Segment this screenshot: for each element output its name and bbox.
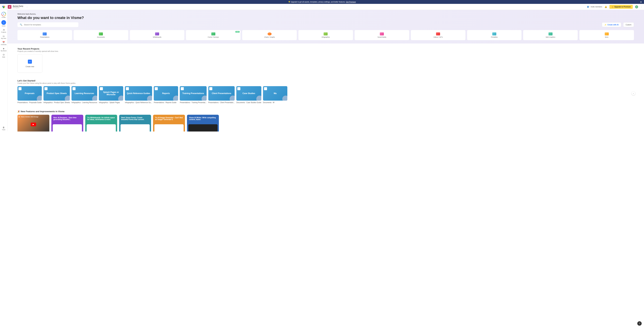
feature-text: Try Whiteboards: An infinite space for i… [87, 117, 115, 120]
guide-card[interactable]: MaDocuments - M [263, 86, 287, 104]
home-icon: ⌂ [1, 20, 6, 25]
sidebar-schedule[interactable]: 📅 Schedule [0, 40, 7, 46]
sidebar-trash[interactable]: 🗑 Trash [0, 125, 7, 132]
category-videos[interactable]: Videos / GIF's [411, 30, 466, 40]
sidebar-home[interactable]: ⌂ Home [0, 19, 7, 28]
guide-thumb: Ma [263, 86, 287, 101]
search-box[interactable]: 🔍 [18, 22, 78, 27]
category-webgraphics[interactable]: Web Graphics [523, 30, 578, 40]
sidebar-create[interactable]: + Create [0, 11, 7, 19]
category-label: Web Graphics [546, 36, 555, 38]
category-charts[interactable]: Charts / Graphs [242, 30, 297, 40]
features-row: ▶ Visme October 2024 Design ▶ New: AI De… [18, 115, 634, 132]
category-whiteboards[interactable]: Whiteboards [130, 30, 184, 40]
workspace-label: Workspace [13, 7, 23, 9]
guide-card[interactable]: Training PresentationsPresentations - Tr… [180, 86, 206, 104]
guide-thumb: Client Presentations [208, 86, 235, 101]
category-more[interactable]: More [580, 30, 634, 40]
category-forms[interactable]: NEWForms / Surveys [186, 30, 240, 40]
category-infographics[interactable]: Infographics [298, 30, 353, 40]
search-input[interactable] [24, 24, 76, 26]
feature-preview [154, 124, 184, 132]
feature-text: New: AI Designer - Save time generating … [53, 117, 76, 120]
feature-preview [53, 124, 82, 132]
guide-card[interactable]: Product Spec SheetsInfographics - Produc… [44, 86, 70, 104]
feature-text: Visme AI Writer: Write compelling conten… [189, 117, 216, 120]
sidebar-myfiles[interactable]: 🗂 My Files [0, 34, 7, 40]
custom-button[interactable]: Custom [623, 22, 634, 27]
guide-card[interactable]: Quick Reference GuidesInfographics - Qui… [125, 86, 152, 104]
plus-icon: + [2, 12, 6, 16]
sidebar-mybrand[interactable]: ◈ My Brand [0, 46, 7, 53]
visme-logo[interactable] [2, 5, 5, 9]
guide-caption: Presentations - Reports Guide [154, 102, 178, 104]
guide-card[interactable]: Case StudiesDocuments - Case Studies Gui… [236, 86, 261, 104]
guide-card[interactable]: ReportsPresentations - Reports Guide [154, 86, 178, 104]
videos-icon [436, 33, 440, 36]
new-badge: NEW [236, 31, 240, 33]
sidebar-data[interactable]: ⛁ Data [0, 53, 7, 59]
section-title: Your Recent Projects [18, 48, 634, 50]
guide-caption: Infographics - Splash Pages [99, 102, 123, 104]
person-plus-icon: 👤⁺ [587, 6, 590, 8]
category-printables[interactable]: Printables [467, 30, 522, 40]
category-label: Infographics [322, 36, 330, 38]
guide-card[interactable]: Client PresentationsPresentations - Clie… [208, 86, 235, 104]
close-icon[interactable]: ✕ [640, 1, 642, 3]
feature-ai-writer[interactable]: Visme AI Writer: Write compelling conten… [187, 115, 219, 132]
page-title: What do you want to create in Visme? [18, 16, 634, 20]
invite-members-button[interactable]: 👤⁺ Invite members [587, 6, 602, 8]
charts-icon [268, 33, 272, 36]
upgrade-banner: 💡 Upgrade to get all assets, templates, … [0, 0, 644, 4]
bell-icon[interactable]: 🔔 [604, 6, 607, 8]
category-documents[interactable]: Documents [74, 30, 128, 40]
trash-icon: 🗑 [2, 126, 5, 129]
feature-ai-image[interactable]: Try AI Image Generator - Can't find an i… [153, 115, 185, 132]
guide-thumb: Proposals [18, 86, 42, 101]
sidebar-label: Schedule [1, 44, 6, 45]
header-bar: A Aurora Curry Workspace ⌄ 👤⁺ Invite mem… [0, 4, 644, 10]
create-with-ai-button[interactable]: ✨ Create with AI [602, 22, 621, 27]
category-row: Presentations Documents Whiteboards NEWF… [18, 30, 634, 40]
more-icon [605, 33, 609, 36]
guide-thumb: Reports [154, 86, 178, 101]
feature-ai-designer[interactable]: New: AI Designer - Save time generating … [51, 115, 83, 132]
upgrade-button[interactable]: 👑 Upgrade to Premium [610, 5, 633, 9]
category-label: Charts / Graphs [264, 36, 275, 38]
search-icon: 🔍 [20, 24, 22, 26]
workspace-selector[interactable]: A Aurora Curry Workspace ⌄ [8, 5, 28, 9]
upgrade-label: Upgrade to Premium [614, 6, 631, 8]
category-social[interactable]: Social Media [355, 30, 409, 40]
sidebar-projects[interactable]: ◔ Projects [0, 28, 7, 34]
feature-forms[interactable]: New! Visme Forms: Create beautiful Forms… [119, 115, 151, 132]
section-title: 🎉 New Features and Improvements in Visme [18, 110, 634, 113]
social-icon [380, 33, 384, 36]
category-label: Social Media [378, 36, 386, 38]
create-new-card[interactable]: + Create new [18, 54, 42, 73]
category-label: Forms / Surveys [208, 36, 219, 38]
guide-caption: Infographics - Product Spec Sheets [44, 102, 70, 104]
recent-section: Your Recent Projects Projects you create… [8, 44, 644, 73]
infographics-icon [324, 33, 328, 36]
feature-whiteboards[interactable]: Try Whiteboards: An infinite space for i… [85, 115, 117, 132]
category-presentations[interactable]: Presentations [18, 30, 72, 40]
guide-card[interactable]: ProposalsPresentations - Proposals Guide [18, 86, 42, 104]
user-avatar: A [635, 5, 638, 9]
sidebar-label: My Brand [1, 50, 6, 52]
guide-caption: Presentations - Training Presentat... [180, 102, 206, 104]
get-premium-link[interactable]: Get Premium [346, 1, 356, 3]
guide-thumb: Training Presentations [180, 86, 206, 101]
feature-video-card[interactable]: ▶ Visme October 2024 Design ▶ [18, 115, 49, 132]
category-label: Printables [491, 36, 498, 38]
user-name: Aurora Curry [13, 5, 23, 7]
user-menu[interactable]: A ⌄ [635, 5, 642, 9]
banner-text: 💡 Upgrade to get all assets, templates, … [288, 1, 346, 3]
next-arrow-button[interactable]: › [632, 92, 635, 95]
sidebar-label: Data [2, 56, 5, 58]
presentations-icon [43, 33, 47, 36]
sidebar: + Create ⌂ Home ◔ Projects 🗂 My Files 📅 … [0, 10, 8, 132]
plus-icon: + [28, 60, 32, 64]
guides-section: Let's Get Started! Create your first Vis… [8, 73, 644, 104]
guide-card[interactable]: Splash Pages or MicrositeInfographics - … [99, 86, 123, 104]
guide-card[interactable]: Learning ResourcesInfographics - Learnin… [72, 86, 97, 104]
